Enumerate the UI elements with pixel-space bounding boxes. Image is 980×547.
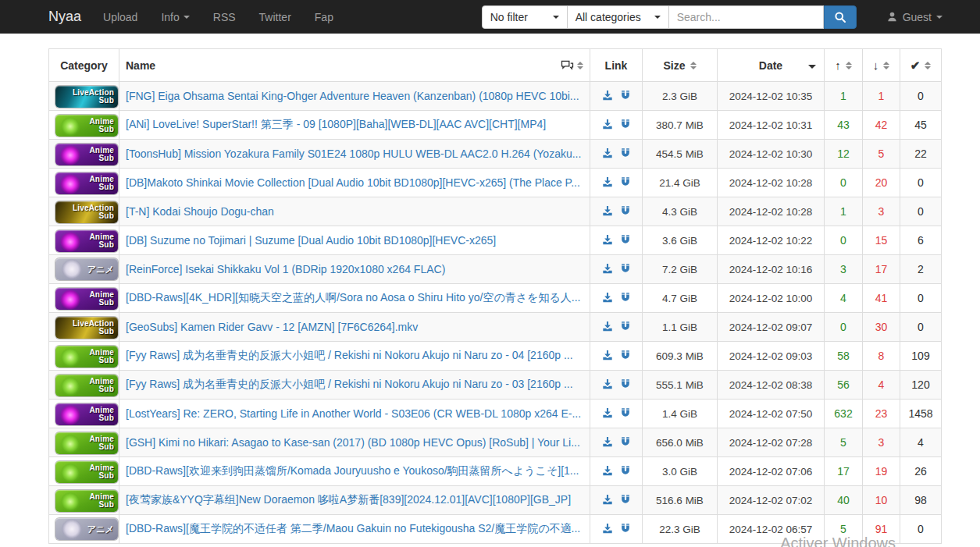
category-badge[interactable]: LiveActionSub bbox=[55, 317, 118, 339]
category-badge[interactable]: AnimeSub bbox=[55, 230, 118, 252]
date-cell: 2024-12-02 09:07 bbox=[718, 313, 825, 342]
download-icon[interactable] bbox=[602, 205, 613, 218]
magnet-icon[interactable] bbox=[620, 378, 631, 392]
download-icon[interactable] bbox=[602, 378, 613, 392]
download-icon[interactable] bbox=[602, 147, 613, 161]
column-header-date[interactable]: Date bbox=[718, 49, 825, 82]
download-icon[interactable] bbox=[602, 176, 613, 190]
download-icon[interactable] bbox=[602, 90, 613, 103]
category-badge[interactable]: AnimeSub bbox=[55, 490, 118, 512]
filter-dropdown[interactable]: No filter bbox=[482, 5, 568, 29]
user-icon bbox=[886, 11, 898, 23]
search-button[interactable] bbox=[824, 5, 857, 29]
torrent-row: アニメ [DBD-Raws][魔王学院的不适任者 第二季/Maou Gakuin… bbox=[49, 515, 942, 544]
magnet-icon[interactable] bbox=[620, 263, 631, 276]
torrent-name-link[interactable]: [ReinForce] Isekai Shikkaku Vol 1 (BDRip… bbox=[126, 263, 445, 275]
nav-item-fap[interactable]: Fap bbox=[315, 11, 333, 23]
category-badge[interactable]: AnimeSub bbox=[55, 172, 118, 194]
category-badge[interactable]: アニメ bbox=[55, 518, 118, 540]
torrent-name-link[interactable]: [DBD-Raws][魔王学院的不适任者 第二季/Maou Gakuin no … bbox=[126, 522, 580, 535]
torrent-name-link[interactable]: [DB]Makoto Shinkai Movie Collection [Dua… bbox=[126, 176, 580, 189]
download-icon[interactable] bbox=[602, 119, 613, 132]
download-icon[interactable] bbox=[602, 407, 613, 421]
download-icon[interactable] bbox=[602, 523, 613, 536]
magnet-icon[interactable] bbox=[620, 350, 631, 363]
category-dropdown[interactable]: All categories bbox=[567, 5, 669, 29]
nav-item-upload[interactable]: Upload bbox=[103, 11, 137, 23]
download-icon[interactable] bbox=[602, 263, 613, 276]
leechers-cell: 3 bbox=[863, 197, 900, 226]
leechers-cell: 3 bbox=[863, 428, 900, 457]
torrent-name-link[interactable]: [ToonsHub] Mission Yozakura Family S01E2… bbox=[126, 147, 581, 160]
torrent-name-link[interactable]: [FNG] Eiga Ohsama Sentai King-Ohger Adve… bbox=[126, 90, 579, 102]
magnet-icon[interactable] bbox=[620, 465, 631, 478]
column-header-completed[interactable]: ✔ bbox=[900, 49, 942, 82]
torrent-name-link[interactable]: [LostYears] Re: ZERO, Starting Life in A… bbox=[126, 407, 581, 420]
torrent-name-link[interactable]: [GSH] Kimi no Hikari: Asagao to Kase-san… bbox=[126, 436, 580, 449]
magnet-icon[interactable] bbox=[620, 407, 631, 421]
download-icon[interactable] bbox=[602, 292, 613, 305]
magnet-icon[interactable] bbox=[620, 523, 631, 536]
magnet-icon[interactable] bbox=[620, 234, 631, 247]
download-icon[interactable] bbox=[602, 465, 613, 478]
seeders-cell: 5 bbox=[825, 428, 863, 457]
magnet-icon[interactable] bbox=[620, 176, 631, 190]
user-menu[interactable]: Guest bbox=[886, 11, 943, 23]
completed-cell: 45 bbox=[900, 111, 942, 140]
nav-item-twitter[interactable]: Twitter bbox=[259, 11, 291, 23]
column-label: Link bbox=[605, 59, 628, 72]
brand-link[interactable]: Nyaa bbox=[48, 9, 81, 25]
torrent-name-link[interactable]: [ANi] LoveLive! SuperStar!! 第三季 - 09 [10… bbox=[126, 118, 546, 130]
magnet-icon[interactable] bbox=[620, 90, 631, 103]
completed-cell: 0 bbox=[900, 284, 942, 313]
category-badge[interactable]: AnimeSub bbox=[55, 288, 118, 310]
category-badge[interactable]: AnimeSub bbox=[55, 461, 118, 483]
search-input[interactable] bbox=[669, 5, 824, 29]
nav-item-info[interactable]: Info bbox=[161, 11, 189, 23]
category-badge[interactable]: アニメ bbox=[55, 258, 118, 280]
download-icon[interactable] bbox=[602, 321, 613, 334]
size-cell: 4.7 GiB bbox=[643, 284, 718, 313]
nav-item-label: Upload bbox=[103, 11, 137, 23]
leechers-cell: 4 bbox=[863, 371, 900, 400]
torrent-name-link[interactable]: [Fyy Raws] 成为名垂青史的反派大小姐吧 / Rekishi ni No… bbox=[126, 349, 573, 361]
column-header-seeders[interactable]: ↑ bbox=[825, 49, 863, 82]
magnet-icon[interactable] bbox=[620, 321, 631, 334]
magnet-icon[interactable] bbox=[620, 205, 631, 218]
category-badge[interactable]: LiveActionSub bbox=[55, 86, 118, 108]
category-badge[interactable]: AnimeSub bbox=[55, 375, 118, 396]
column-header-size[interactable]: Size bbox=[643, 49, 718, 82]
leechers-cell: 15 bbox=[863, 226, 900, 255]
torrent-name-link[interactable]: [DBD-Raws][4K_HDR][知晓天空之蓝的人啊/Sora no Aos… bbox=[126, 291, 580, 304]
category-badge[interactable]: AnimeSub bbox=[55, 432, 118, 454]
magnet-icon[interactable] bbox=[620, 119, 631, 132]
magnet-icon[interactable] bbox=[620, 147, 631, 161]
torrent-name-link[interactable]: [夜莺家族&YYQ字幕组]New Doraemon 哆啦A梦新番[839][20… bbox=[126, 493, 571, 506]
download-icon[interactable] bbox=[602, 234, 613, 247]
torrent-name-link[interactable]: [DB] Suzume no Tojimari | Suzume [Dual A… bbox=[126, 234, 496, 247]
download-icon[interactable] bbox=[602, 350, 613, 363]
magnet-icon[interactable] bbox=[620, 436, 631, 449]
category-badge[interactable]: LiveActionSub bbox=[55, 201, 118, 223]
category-badge[interactable]: AnimeSub bbox=[55, 144, 118, 165]
completed-cell: 109 bbox=[900, 342, 942, 371]
category-badge[interactable]: AnimeSub bbox=[55, 115, 118, 137]
comments-sort-control[interactable] bbox=[561, 60, 583, 71]
leechers-cell: 23 bbox=[863, 400, 900, 428]
torrent-name-link[interactable]: [T-N] Kodai Shoujo Dogu-chan bbox=[126, 205, 274, 218]
torrent-name-link[interactable]: [GeoSubs] Kamen Rider Gavv - 12 [AMZN] [… bbox=[126, 321, 418, 333]
magnet-icon[interactable] bbox=[620, 494, 631, 507]
torrent-name-link[interactable]: [Fyy Raws] 成为名垂青史的反派大小姐吧 / Rekishi ni No… bbox=[126, 378, 573, 390]
torrent-name-link[interactable]: [DBD-Raws][欢迎来到驹田蒸馏所/Komada Jouryuusho e… bbox=[126, 464, 579, 477]
column-label: Date bbox=[759, 59, 782, 72]
category-badge[interactable]: AnimeSub bbox=[55, 346, 118, 368]
magnet-icon[interactable] bbox=[620, 292, 631, 305]
column-header-category: Category bbox=[49, 49, 119, 82]
seeders-cell: 58 bbox=[825, 342, 863, 371]
download-icon[interactable] bbox=[602, 436, 613, 449]
sort-icon bbox=[846, 62, 852, 69]
category-badge[interactable]: AnimeSub bbox=[55, 403, 118, 425]
nav-item-rss[interactable]: RSS bbox=[213, 11, 236, 23]
column-header-leechers[interactable]: ↓ bbox=[863, 49, 900, 82]
download-icon[interactable] bbox=[602, 494, 613, 507]
